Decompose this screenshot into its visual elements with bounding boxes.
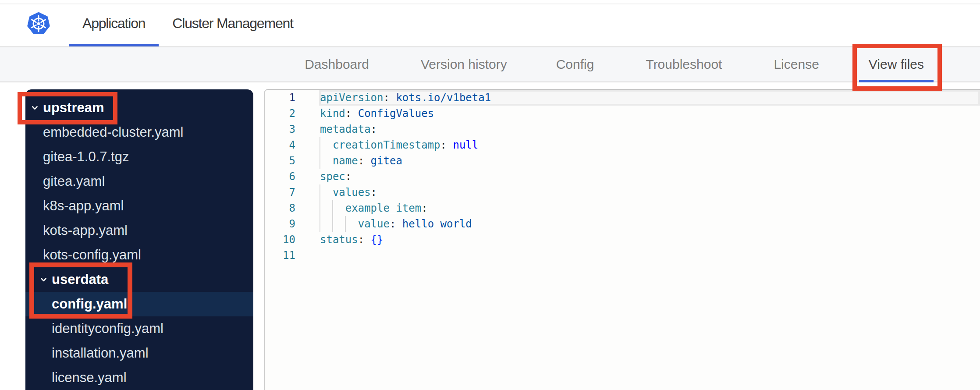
editor-line-number: 4: [265, 137, 295, 153]
tree-folder-upstream[interactable]: upstream: [25, 96, 253, 120]
tree-file-identityconfig.yaml[interactable]: identityconfig.yaml: [25, 316, 253, 341]
tree-item-label: config.yaml: [52, 296, 127, 312]
subnav-tab-config[interactable]: Config: [547, 47, 604, 82]
chevron-down-icon: [41, 278, 46, 282]
tree-file-kots-config.yaml[interactable]: kots-config.yaml: [25, 243, 253, 267]
editor-line-number: 2: [265, 106, 295, 121]
code-line-8: example_item:: [320, 200, 428, 216]
tree-item-label: license.yaml: [52, 370, 127, 386]
tree-item-label: kots-app.yaml: [43, 223, 128, 238]
editor-line-number: 10: [265, 232, 295, 248]
editor-line-number: 7: [265, 184, 295, 200]
code-line-4: creationTimestamp: null: [320, 137, 478, 153]
top-hairline: [0, 4, 980, 4]
tree-item-label: userdata: [52, 272, 108, 287]
code-line-7: values:: [320, 184, 377, 200]
editor-line-number: 3: [265, 121, 295, 137]
code-line-1: apiVersion: kots.io/v1beta1: [320, 90, 491, 106]
tree-file-config.yaml[interactable]: config.yaml: [25, 292, 253, 316]
tree-folder-userdata[interactable]: userdata: [25, 267, 253, 292]
tree-file-embedded-cluster.yaml[interactable]: embedded-cluster.yaml: [25, 120, 253, 145]
tree-item-label: kots-config.yaml: [43, 247, 141, 263]
header-tabs: ApplicationCluster Management: [69, 0, 307, 46]
tree-item-label: installation.yaml: [52, 345, 149, 361]
subnav-tab-view-files[interactable]: View files: [859, 47, 934, 82]
header-tab-application[interactable]: Application: [69, 0, 159, 46]
tree-file-installation.yaml[interactable]: installation.yaml: [25, 341, 253, 365]
editor-line-number: 6: [265, 169, 295, 184]
tree-file-gitea-1.0.7.tgz[interactable]: gitea-1.0.7.tgz: [25, 145, 253, 169]
editor-content: 1apiVersion: kots.io/v1beta12kind: Confi…: [265, 90, 980, 390]
app-header: ApplicationCluster Management: [0, 0, 980, 47]
editor-line-number: 5: [265, 153, 295, 169]
tree-item-label: gitea.yaml: [43, 174, 105, 189]
tree-file-k8s-app.yaml[interactable]: k8s-app.yaml: [25, 194, 253, 218]
tree-file-kots-app.yaml[interactable]: kots-app.yaml: [25, 218, 253, 243]
editor-line-number: 9: [265, 216, 295, 232]
tree-file-gitea.yaml[interactable]: gitea.yaml: [25, 169, 253, 194]
app-subnav: DashboardVersion historyConfigTroublesho…: [0, 47, 980, 82]
tree-item-label: embedded-cluster.yaml: [43, 124, 184, 140]
header-tab-cluster-management[interactable]: Cluster Management: [159, 0, 306, 46]
code-line-9: value: hello world: [320, 216, 472, 232]
subnav-tab-troubleshoot[interactable]: Troubleshoot: [636, 47, 731, 82]
tree-item-label: upstream: [43, 100, 104, 116]
code-line-6: spec:: [320, 169, 352, 184]
editor-line-number: 8: [265, 200, 295, 216]
code-line-5: name: gitea: [320, 153, 402, 169]
file-editor[interactable]: 1apiVersion: kots.io/v1beta12kind: Confi…: [264, 89, 980, 390]
subnav-tab-license[interactable]: License: [764, 47, 828, 82]
tree-item-label: identityconfig.yaml: [52, 321, 163, 337]
tree-item-label: gitea-1.0.7.tgz: [43, 149, 129, 165]
code-line-2: kind: ConfigValues: [320, 106, 434, 121]
kubernetes-logo-icon: [27, 12, 50, 35]
file-tree-sidebar: upstreamembedded-cluster.yamlgitea-1.0.7…: [25, 89, 253, 390]
editor-line-number: 1: [265, 90, 295, 106]
editor-line-number: 11: [265, 248, 295, 263]
code-line-3: metadata:: [320, 121, 377, 137]
code-line-10: status: {}: [320, 232, 383, 248]
chevron-down-icon: [32, 106, 38, 110]
tree-item-label: k8s-app.yaml: [43, 198, 124, 214]
tree-file-license.yaml[interactable]: license.yaml: [25, 365, 253, 390]
subnav-tab-dashboard[interactable]: Dashboard: [295, 47, 379, 82]
subnav-tab-version-history[interactable]: Version history: [411, 47, 517, 82]
